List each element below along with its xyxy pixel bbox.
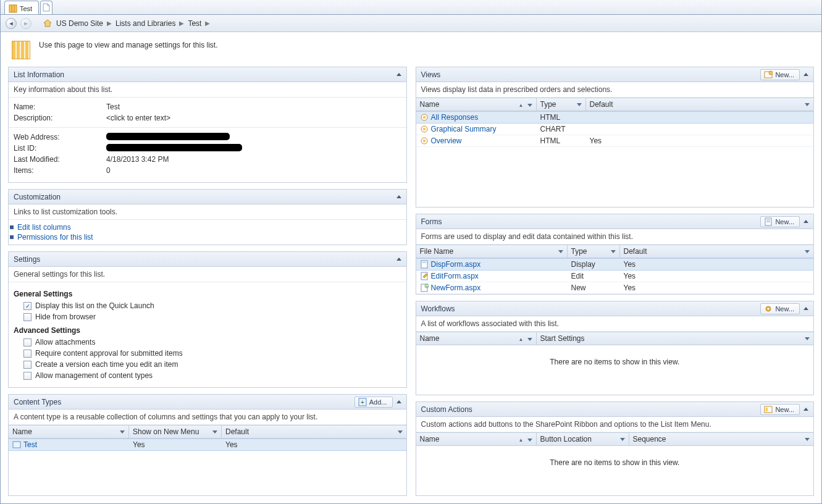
panel-content-types: Content Types + Add... A content type is… xyxy=(8,394,407,496)
col-name[interactable]: Name▲ xyxy=(416,98,537,111)
panel-title: Forms xyxy=(421,217,442,226)
panel-list-information: List Information Key information about t… xyxy=(8,67,407,183)
chevron-right-icon: ▶ xyxy=(205,20,210,27)
label-advanced: Advanced Settings xyxy=(14,326,401,335)
crumb-site[interactable]: US Demo Site xyxy=(56,19,103,28)
value-items: 0 xyxy=(106,166,111,175)
link-permissions[interactable]: Permissions for this list xyxy=(17,233,93,242)
col-start-settings[interactable]: Start Settings xyxy=(537,332,814,345)
col-sequence[interactable]: Sequence xyxy=(629,433,814,445)
tab-new[interactable] xyxy=(40,1,52,14)
col-default[interactable]: Default xyxy=(620,245,814,258)
col-name[interactable]: Name▲ xyxy=(416,332,537,345)
cell-name[interactable]: Overview xyxy=(431,136,462,145)
breadcrumb-bar: ◄ ► US Demo Site ▶ Lists and Libraries ▶… xyxy=(1,15,821,32)
panel-title: Content Types xyxy=(14,398,61,406)
collapse-toggle[interactable] xyxy=(396,195,401,198)
cell-name[interactable]: DispForm.aspx xyxy=(431,260,481,269)
collapse-toggle[interactable] xyxy=(396,258,401,261)
cell-name[interactable]: Graphical Summary xyxy=(431,125,497,133)
col-type[interactable]: Type xyxy=(537,98,586,111)
panel-title: Workflows xyxy=(421,304,455,313)
svg-text:+: + xyxy=(425,284,427,288)
col-button-location[interactable]: Button Location xyxy=(537,433,629,445)
col-name[interactable]: Name▲ xyxy=(416,433,537,445)
checkbox-contenttypes[interactable] xyxy=(23,372,31,380)
nav-back[interactable]: ◄ xyxy=(6,18,17,29)
home-icon[interactable] xyxy=(43,19,52,28)
checkbox-hidebrowser[interactable] xyxy=(23,313,31,321)
view-icon xyxy=(420,136,429,145)
crumb-leaf[interactable]: Test xyxy=(188,19,201,28)
value-name[interactable]: Test xyxy=(106,103,120,111)
checkbox-label: Display this list on the Quick Launch xyxy=(35,301,154,310)
svg-rect-25 xyxy=(765,406,772,413)
panel-title: Settings xyxy=(14,255,40,264)
cell-default: Yes xyxy=(620,259,814,270)
col-type[interactable]: Type xyxy=(568,245,620,258)
new-custom-action-button[interactable]: New... xyxy=(760,404,800,415)
label-desc: Description: xyxy=(14,114,100,122)
collapse-toggle[interactable] xyxy=(803,307,808,310)
panel-title: List Information xyxy=(14,70,64,79)
label-mod: Last Modified: xyxy=(14,155,100,164)
cell-default: Yes xyxy=(222,439,406,450)
checkbox-quicklaunch[interactable]: ✓ xyxy=(23,302,31,310)
collapse-toggle[interactable] xyxy=(396,400,401,403)
collapse-toggle[interactable] xyxy=(396,73,401,76)
cell-default: Yes xyxy=(586,135,814,146)
panel-sub: General settings for this list. xyxy=(9,267,406,282)
table-row[interactable]: Overview HTML Yes xyxy=(416,135,814,147)
crumb-mid[interactable]: Lists and Libraries xyxy=(115,19,175,28)
table-row[interactable]: Test Yes Yes xyxy=(9,439,406,451)
cell-name[interactable]: NewForm.aspx xyxy=(431,284,481,292)
svg-rect-18 xyxy=(422,262,426,263)
checkbox-version[interactable] xyxy=(23,361,31,369)
new-workflow-button[interactable]: New... xyxy=(760,303,800,314)
collapse-toggle[interactable] xyxy=(803,73,808,76)
new-icon xyxy=(764,217,773,226)
collapse-toggle[interactable] xyxy=(803,408,808,411)
new-icon xyxy=(764,70,773,79)
value-desc[interactable]: <click to enter text> xyxy=(106,114,170,122)
svg-rect-13 xyxy=(423,140,426,142)
panel-forms: Forms New... Forms are used to display a… xyxy=(416,214,815,295)
cell-name[interactable]: All Responses xyxy=(431,113,479,122)
checkbox-label: Hide from browser xyxy=(35,313,96,321)
cell-type: HTML xyxy=(537,112,586,123)
nav-forward[interactable]: ► xyxy=(20,18,31,29)
collapse-toggle[interactable] xyxy=(803,220,808,223)
checkbox-attachments[interactable] xyxy=(23,338,31,346)
panel-title: Customization xyxy=(14,193,61,201)
view-icon xyxy=(420,113,429,122)
panel-customization: Customization Links to list customizatio… xyxy=(8,189,407,245)
svg-rect-9 xyxy=(423,116,426,119)
link-edit-columns[interactable]: Edit list columns xyxy=(17,223,71,232)
new-view-button[interactable]: New... xyxy=(760,69,800,80)
table-row[interactable]: All Responses HTML xyxy=(416,111,814,124)
cell-default xyxy=(586,124,814,135)
col-filename[interactable]: File Name xyxy=(416,245,568,258)
add-content-type-button[interactable]: + Add... xyxy=(354,397,393,408)
checkbox-label: Create a version each time you edit an i… xyxy=(35,360,178,369)
table-row[interactable]: DispForm.aspx Display Yes xyxy=(416,258,814,271)
tab-test[interactable]: Test xyxy=(4,1,39,14)
checkbox-approval[interactable] xyxy=(23,350,31,358)
col-show[interactable]: Show on New Menu xyxy=(129,426,222,438)
panel-sub: A content type is a reusable collection … xyxy=(9,410,406,425)
col-default[interactable]: Default xyxy=(586,98,814,111)
new-form-button[interactable]: New... xyxy=(760,216,800,227)
panel-sub: Views display list data in prescribed or… xyxy=(416,82,814,98)
cell-name[interactable]: EditForm.aspx xyxy=(431,272,479,280)
panel-workflows: Workflows New... A list of workflows ass… xyxy=(416,301,815,395)
table-row[interactable]: Graphical Summary CHART xyxy=(416,124,814,135)
col-default[interactable]: Default xyxy=(222,426,406,438)
cell-name[interactable]: Test xyxy=(23,440,37,449)
cell-show: Yes xyxy=(129,439,222,450)
bullet-icon xyxy=(10,225,14,229)
col-name[interactable]: Name xyxy=(9,426,129,438)
table-row[interactable]: +NewForm.aspx New Yes xyxy=(416,282,814,294)
svg-text:+: + xyxy=(361,399,364,406)
gear-icon xyxy=(764,304,773,313)
table-row[interactable]: EditForm.aspx Edit Yes xyxy=(416,271,814,282)
